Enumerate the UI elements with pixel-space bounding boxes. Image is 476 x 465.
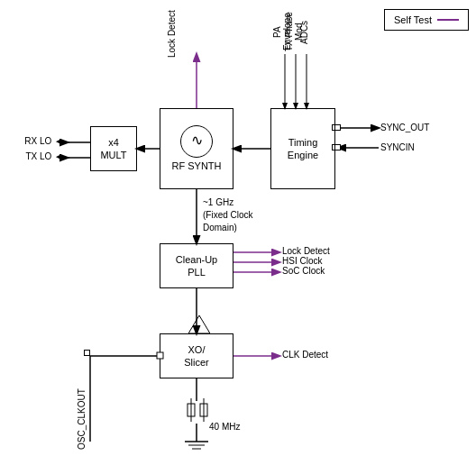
xo-slicer-label: XO/Slicer xyxy=(184,343,209,369)
clock-domain-label: ~1 GHz(Fixed Clock Domain) xyxy=(203,196,275,234)
triangle-svg xyxy=(188,315,210,333)
rf-synth-block: ∿ RF SYNTH xyxy=(160,108,233,189)
cleanup-pll-block: Clean-UpPLL xyxy=(160,243,233,288)
legend-label: Self Test xyxy=(394,14,432,25)
legend-box: Self Test xyxy=(384,9,469,31)
rf-synth-circle: ∿ xyxy=(180,125,213,158)
syncin-label: SYNCIN xyxy=(380,142,415,152)
lock-detect-mid-label: Lock Detect xyxy=(282,246,330,256)
rx-lo-label: RX LO ◄ xyxy=(5,136,63,146)
legend-line xyxy=(437,19,459,21)
diagram: Self Test ∿ RF SYNTH TimingEngine x4MULT… xyxy=(0,0,476,465)
oscillator-triangle xyxy=(188,315,210,333)
port-syncin xyxy=(334,144,341,150)
timing-engine-block: TimingEngine xyxy=(270,108,335,189)
lock-detect-top-label: Lock Detect xyxy=(167,9,221,59)
cleanup-pll-label: Clean-UpPLL xyxy=(176,253,217,279)
sync-out-label: SYNC_OUT xyxy=(380,123,429,132)
svg-marker-0 xyxy=(188,315,210,333)
mult-label: x4MULT xyxy=(100,136,126,162)
port-osc-clkout xyxy=(84,350,90,356)
crystal-symbol xyxy=(184,397,211,425)
xo-slicer-block: XO/Slicer xyxy=(160,333,233,378)
port-sync-out xyxy=(334,124,341,131)
soc-clock-label: SoC Clock xyxy=(282,266,325,276)
rf-synth-label: RF SYNTH xyxy=(172,160,222,172)
hsi-clock-label: HSI Clock xyxy=(282,256,322,266)
freq-40mhz-label: 40 MHz xyxy=(209,422,240,432)
osc-clkout-label: OSC_CLKOUT xyxy=(77,388,87,451)
crystal-svg xyxy=(184,397,211,424)
adcs-label: ADCs xyxy=(299,7,309,57)
rf-synth-wave-icon: ∿ xyxy=(191,132,203,150)
mult-block: x4MULT xyxy=(90,126,137,171)
tx-lo-label: TX LO ◄ xyxy=(5,151,63,161)
clk-detect-label: CLK Detect xyxy=(282,350,328,360)
timing-engine-label: TimingEngine xyxy=(288,136,318,162)
